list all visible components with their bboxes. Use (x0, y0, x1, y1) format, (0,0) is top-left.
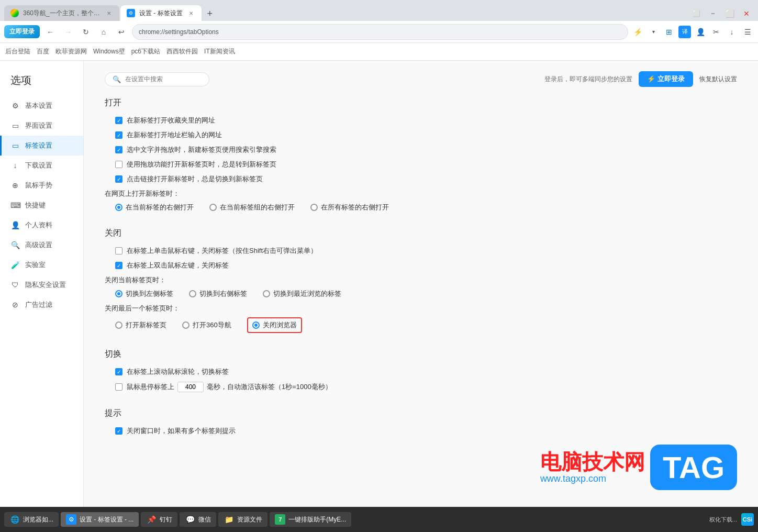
radio-close-rl2[interactable]: 打开360导航 (182, 320, 231, 330)
address-text: chrome://settings/tabOptions (139, 28, 621, 36)
section-open-title: 打开 (105, 97, 737, 108)
option-open2-label: 在新标签打开地址栏输入的网址 (127, 130, 222, 140)
sidebar-item-basic[interactable]: ⚙ 基本设置 (0, 96, 83, 116)
taskbar-item-files[interactable]: 📁 资源文件 (218, 512, 267, 527)
pin-window-button[interactable]: ⬜ (689, 6, 704, 21)
menu-icon[interactable]: ☰ (741, 26, 754, 38)
taskbar-item-helper[interactable]: 7 一键排版助手(MyE... (270, 512, 351, 527)
section-switch-title: 切换 (105, 349, 737, 360)
sidebar-item-privacy[interactable]: 🛡 隐私安全设置 (0, 275, 83, 295)
bookmark-oufei[interactable]: 欧菲资源网 (55, 47, 87, 56)
radio-group-open: 在当前标签的右侧打开 在当前标签组的右侧打开 在所有标签的右侧打开 (105, 203, 737, 212)
tab-settings[interactable]: ⚙ 设置 - 标签设置 ✕ (120, 5, 202, 21)
bookmark-pc6[interactable]: pc6下载站 (131, 47, 160, 56)
sidebar-item-tabs[interactable]: ▭ 标签设置 (0, 136, 83, 156)
forward-button[interactable]: → (61, 25, 75, 39)
watermark-text-block: 电脑技术网 www.tagxp.com (540, 450, 645, 484)
minimize-button[interactable]: － (706, 6, 720, 21)
tab-360nav[interactable]: 360导航_一个主页，整个世界 ✕ (4, 5, 119, 21)
filter-icon: ⊘ (10, 301, 20, 309)
login-big-button[interactable]: ⚡ 立即登录 (639, 71, 693, 87)
download-icon[interactable]: ↓ (726, 26, 738, 38)
tray-text: 权化下载... (709, 516, 737, 524)
radio-open-r1[interactable]: 在当前标签的右侧打开 (115, 203, 194, 212)
translate-icon[interactable]: 译 (678, 26, 691, 38)
cut-icon[interactable]: ✂ (710, 26, 722, 38)
hover-delay-input[interactable] (177, 382, 204, 392)
option-open3-label: 选中文字并拖放时，新建标签页便用搜索引擎搜索 (127, 145, 276, 154)
checkbox-h1[interactable]: ✓ (115, 427, 122, 435)
grid-icon[interactable]: ⊞ (663, 26, 675, 38)
option-sw2-label: 鼠标悬停标签上 毫秒，自动激活该标签（1秒=1000毫秒） (127, 382, 332, 392)
bookmark-baidu[interactable]: 百度 (37, 47, 49, 56)
tab-label-settings: 设置 - 标签设置 (139, 9, 183, 18)
checkbox-open5[interactable]: ✓ (115, 175, 122, 183)
checkbox-sw2[interactable] (115, 383, 122, 391)
checkbox-close2[interactable]: ✓ (115, 262, 122, 269)
option-open4-label: 使用拖放功能打开新标签页时，总是转到新标签页 (127, 160, 276, 169)
search-input[interactable] (125, 75, 202, 83)
sidebar-item-profile[interactable]: 👤 个人资料 (0, 215, 83, 235)
sidebar-item-interface[interactable]: ▭ 界面设置 (0, 116, 83, 136)
taskbar-item-settings[interactable]: ⚙ 设置 - 标签设置 - ... (61, 512, 139, 527)
radio-close-rc1[interactable]: 切换到左侧标签 (115, 289, 173, 298)
taskbar-files-icon: 📁 (224, 514, 234, 525)
bookmark-windows[interactable]: Windows壁 (93, 47, 125, 56)
bookmark-it[interactable]: IT新闻资讯 (204, 47, 235, 56)
radio-close-rc3[interactable]: 切换到最近浏览的标签 (263, 289, 341, 298)
dropdown-icon[interactable]: ▾ (647, 26, 660, 38)
checkbox-open2[interactable]: ✓ (115, 131, 122, 139)
profile-icon: 👤 (10, 221, 20, 229)
address-bar[interactable]: chrome://settings/tabOptions (132, 24, 628, 40)
section-hint: 提示 ✓ 关闭窗口时，如果有多个标签则提示 (105, 408, 737, 436)
sidebar-item-advanced[interactable]: 🔍 高级设置 (0, 235, 83, 255)
watermark-tag: TAG (650, 445, 737, 490)
search-box[interactable]: 🔍 (105, 72, 209, 86)
lightning-icon[interactable]: ⚡ (631, 26, 644, 38)
bookmark-admin[interactable]: 后台登陆 (5, 47, 30, 56)
labs-icon: 🧪 (10, 261, 20, 269)
taskbar-item-dingding[interactable]: 📌 钉钉 (141, 512, 177, 527)
radio-close-rl1[interactable]: 打开新标签页 (115, 320, 166, 330)
tab-close-settings[interactable]: ✕ (187, 9, 195, 17)
header-right: 登录后，即可多端同步您的设置 ⚡ 立即登录 恢复默认设置 (544, 71, 737, 87)
keyboard-icon: ⌨ (10, 201, 20, 209)
sidebar-item-mouse[interactable]: ⊕ 鼠标手势 (0, 175, 83, 195)
new-tab-button[interactable]: + (203, 6, 217, 21)
radio-group-close1: 切换到左侧标签 切换到右侧标签 切换到最近浏览的标签 (105, 289, 737, 298)
sync-text: 登录后，即可多端同步您的设置 (544, 75, 632, 84)
close-button[interactable]: ✕ (739, 6, 754, 21)
taskbar-item-browser[interactable]: 🌐 浏览器如... (4, 512, 59, 527)
login-button-nav[interactable]: 立即登录 (4, 25, 40, 38)
checkbox-open3[interactable]: ✓ (115, 146, 122, 153)
option-h1-label: 关闭窗口时，如果有多个标签则提示 (127, 426, 236, 436)
checkbox-sw1[interactable]: ✓ (115, 368, 122, 375)
history-button[interactable]: ↩ (114, 25, 129, 39)
section-hint-title: 提示 (105, 408, 737, 419)
radio-close-rl3[interactable]: 关闭浏览器 (247, 317, 302, 333)
radio-open-r2[interactable]: 在当前标签组的右侧打开 (209, 203, 295, 212)
tab-close-360nav[interactable]: ✕ (105, 9, 113, 17)
radio-group-close2: 打开新标签页 打开360导航 关闭浏览器 (105, 317, 737, 333)
sidebar-item-shortcuts[interactable]: ⌨ 快捷键 (0, 195, 83, 215)
back-button[interactable]: ← (43, 25, 58, 39)
radio-close-rc2[interactable]: 切换到右侧标签 (189, 289, 247, 298)
checkbox-open4[interactable] (115, 161, 122, 168)
maximize-button[interactable]: ⬜ (722, 6, 737, 21)
restore-button[interactable]: 恢复默认设置 (699, 75, 737, 84)
sidebar-item-download[interactable]: ↓ 下载设置 (0, 156, 83, 175)
sidebar-item-adfilter[interactable]: ⊘ 广告过滤 (0, 295, 83, 315)
sidebar-title: 选项 (0, 69, 83, 96)
tab-icon-360 (10, 9, 19, 17)
radio-open-r3[interactable]: 在所有标签的右侧打开 (310, 203, 389, 212)
refresh-button[interactable]: ↻ (79, 25, 93, 39)
bookmark-xixi[interactable]: 西西软件园 (166, 47, 198, 56)
radio-close-rl2-dot (182, 322, 190, 329)
taskbar-dingding-icon: 📌 (146, 514, 157, 525)
home-button[interactable]: ⌂ (96, 25, 111, 39)
checkbox-open1[interactable]: ✓ (115, 117, 122, 124)
checkbox-close1[interactable] (115, 247, 122, 254)
user-icon[interactable]: 👤 (694, 26, 707, 38)
sidebar-item-labs[interactable]: 🧪 实验室 (0, 255, 83, 275)
taskbar-item-wechat[interactable]: 💬 微信 (180, 512, 216, 527)
